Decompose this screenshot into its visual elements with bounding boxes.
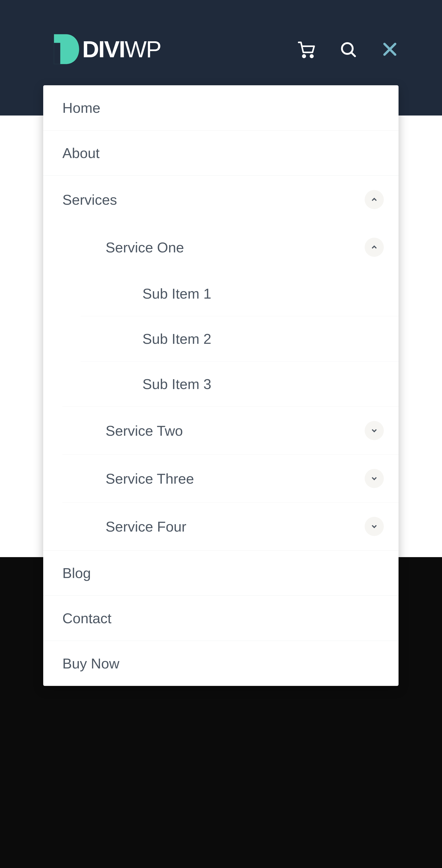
collapse-toggle[interactable]: [365, 238, 384, 257]
expand-toggle[interactable]: [365, 517, 384, 536]
menu-label: Blog: [62, 565, 91, 581]
menu-label: Service One: [106, 239, 184, 256]
menu-item-service-four[interactable]: Service Four: [62, 502, 399, 550]
menu-item-service-one[interactable]: Service One: [62, 223, 399, 271]
svg-rect-0: [54, 43, 60, 64]
menu-label: Buy Now: [62, 655, 120, 672]
chevron-down-icon: [370, 522, 378, 531]
chevron-up-icon: [370, 195, 378, 204]
svg-point-1: [303, 55, 305, 57]
menu-item-service-three[interactable]: Service Three: [62, 455, 399, 502]
menu-label: Sub Item 2: [142, 331, 211, 347]
menu-item-service-two[interactable]: Service Two: [62, 406, 399, 455]
brand-logo[interactable]: DIVIWP: [43, 30, 161, 69]
menu-item-blog[interactable]: Blog: [43, 550, 399, 595]
logo-mark-icon: [43, 30, 82, 69]
menu-label: Contact: [62, 610, 111, 626]
menu-item-home[interactable]: Home: [43, 85, 399, 130]
page-root: DIVIWP: [0, 0, 442, 868]
menu-label: Service Four: [106, 518, 186, 535]
menu-item-about[interactable]: About: [43, 130, 399, 176]
svg-line-4: [351, 52, 355, 56]
menu-label: Services: [62, 191, 117, 208]
expand-toggle[interactable]: [365, 421, 384, 440]
menu-item-buy-now[interactable]: Buy Now: [43, 641, 399, 686]
cart-icon[interactable]: [297, 40, 315, 59]
menu-label: Home: [62, 99, 100, 116]
menu-label: Service Three: [106, 470, 194, 487]
svg-point-2: [310, 55, 313, 57]
menu-item-contact[interactable]: Contact: [43, 595, 399, 641]
mobile-menu: Home About Services Service One Sub Item…: [43, 85, 399, 686]
menu-label: Service Two: [106, 423, 183, 439]
chevron-up-icon: [370, 243, 378, 251]
menu-item-services[interactable]: Services: [43, 176, 399, 223]
menu-item-sub-3[interactable]: Sub Item 3: [80, 361, 399, 406]
brand-text: DIVIWP: [82, 36, 161, 63]
collapse-toggle[interactable]: [365, 190, 384, 209]
menu-label: Sub Item 1: [142, 285, 211, 302]
menu-item-sub-2[interactable]: Sub Item 2: [80, 316, 399, 361]
menu-label: Sub Item 3: [142, 376, 211, 392]
close-icon[interactable]: [381, 40, 399, 59]
menu-label: About: [62, 145, 100, 161]
chevron-down-icon: [370, 474, 378, 483]
topbar-icons: [297, 40, 399, 59]
brand-secondary: WP: [125, 36, 161, 62]
search-icon[interactable]: [339, 40, 357, 59]
chevron-down-icon: [370, 426, 378, 435]
brand-primary: DIVI: [82, 36, 125, 62]
menu-item-sub-1[interactable]: Sub Item 1: [80, 271, 399, 316]
topbar: DIVIWP: [43, 30, 399, 69]
expand-toggle[interactable]: [365, 469, 384, 488]
